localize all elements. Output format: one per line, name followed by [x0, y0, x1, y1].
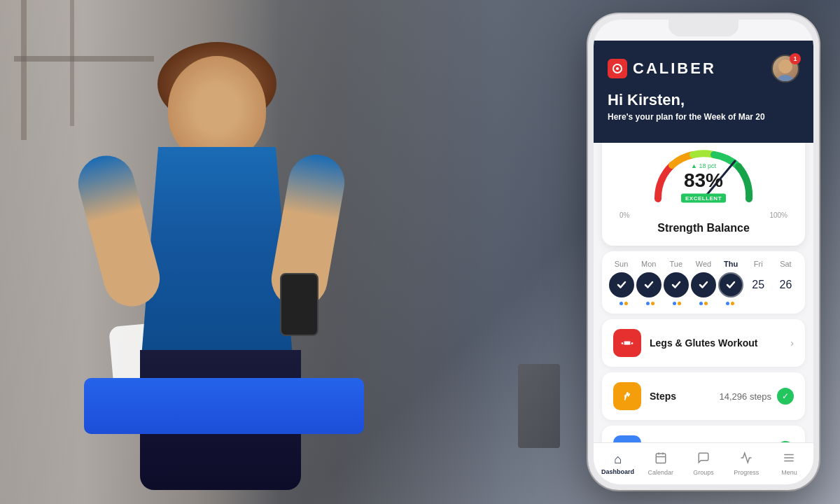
day-sun[interactable]: [609, 272, 634, 298]
greeting: Hi Kirsten,: [608, 91, 799, 109]
dot-mon-1: [646, 302, 650, 305]
dots-tue: [664, 302, 690, 305]
svg-point-1: [616, 67, 619, 70]
steps-value: 14,296 steps: [720, 391, 771, 402]
workout-chevron: ›: [790, 337, 794, 349]
svg-rect-14: [656, 454, 666, 463]
gym-bar-vertical-1: [21, 0, 27, 140]
dot-sun-1: [620, 302, 623, 305]
activity-workout[interactable]: Legs & Glutes Workout ›: [602, 319, 805, 367]
excellent-badge: EXCELLENT: [681, 194, 726, 203]
dot-tue-2: [678, 302, 681, 305]
notification-badge: 1: [790, 53, 801, 64]
groups-icon: [697, 451, 710, 468]
calendar-icon: [654, 451, 667, 468]
gauge-container: ▲ 18 pct 83% EXCELLENT: [648, 143, 760, 206]
nav-groups[interactable]: Groups: [682, 451, 724, 476]
nav-menu[interactable]: Menu: [768, 451, 811, 476]
plan-week: Week of Mar 20: [704, 112, 765, 122]
phone-notch: [668, 20, 738, 36]
gauge-center: ▲ 18 pct 83% EXCELLENT: [676, 162, 732, 203]
gauge-label-low: 0%: [620, 211, 629, 219]
workout-icon: [613, 329, 641, 357]
nav-progress[interactable]: Progress: [725, 451, 768, 476]
groups-label: Groups: [693, 469, 714, 476]
strength-balance-title: Strength Balance: [616, 222, 791, 234]
dot-thu-1: [726, 302, 729, 305]
caliber-icon: [608, 59, 627, 78]
calendar-nav-label: Calendar: [648, 469, 674, 476]
dot-mon-2: [651, 302, 654, 305]
dot-wed-1: [699, 302, 703, 305]
day-label-mon: Mon: [636, 260, 662, 268]
dots-mon: [638, 302, 663, 305]
gauge-card: ▲ 18 pct 83% EXCELLENT 0% 100% Strength …: [602, 129, 805, 246]
day-mon[interactable]: [636, 272, 662, 298]
dashboard-label: Dashboard: [601, 468, 634, 475]
day-label-sat: Sat: [773, 260, 798, 268]
day-wed[interactable]: [691, 272, 716, 298]
day-sat[interactable]: 26: [773, 272, 798, 298]
phone-inner: CALIBER 1 Hi Kirsten, Here's your plan f…: [594, 20, 813, 484]
gauge-percent: 83%: [684, 169, 723, 191]
person-phone: [280, 273, 318, 336]
plan-text: Here's your plan for the Week of Mar 20: [608, 112, 799, 122]
svg-rect-6: [624, 342, 631, 345]
svg-rect-7: [623, 342, 624, 344]
weight-equipment: [518, 364, 560, 448]
steps-check: ✓: [777, 388, 794, 405]
steps-label: Steps: [650, 391, 720, 402]
days-header: Sun Mon Tue Wed Thu Fri Sat: [608, 260, 799, 268]
avatar-container[interactable]: 1: [771, 55, 799, 83]
caliber-name: CALIBER: [633, 59, 716, 78]
day-label-tue: Tue: [664, 260, 689, 268]
dots-fri: [744, 302, 769, 305]
nav-dashboard[interactable]: ⌂ Dashboard: [596, 452, 639, 475]
day-label-thu: Thu: [718, 260, 743, 268]
days-row: 25 26: [608, 272, 799, 298]
gauge-labels: 0% 100%: [616, 211, 791, 219]
day-tue[interactable]: [664, 272, 689, 298]
day-fri[interactable]: 25: [746, 272, 771, 298]
day-dots: [608, 302, 799, 305]
nav-calendar[interactable]: Calendar: [639, 451, 682, 476]
dots-thu: [718, 302, 743, 305]
person-figure: [42, 56, 434, 490]
day-label-wed: Wed: [691, 260, 716, 268]
plan-prefix: Here's your plan for the: [608, 112, 701, 122]
gauge-label-high: 100%: [769, 211, 788, 219]
dots-sat: [771, 302, 796, 305]
dot-tue-1: [673, 302, 676, 305]
menu-icon: [783, 451, 795, 468]
steps-icon: [613, 382, 641, 410]
progress-icon: [740, 451, 752, 468]
avatar-body: [775, 75, 796, 83]
workout-label: Legs & Glutes Workout: [650, 337, 790, 349]
menu-label: Menu: [781, 469, 797, 476]
top-bar: CALIBER 1: [608, 55, 799, 83]
phone-content: CALIBER 1 Hi Kirsten, Here's your plan f…: [594, 20, 813, 484]
gauge-delta: ▲ 18 pct: [676, 162, 732, 169]
day-label-sun: Sun: [609, 260, 634, 268]
phone-header: CALIBER 1 Hi Kirsten, Here's your plan f…: [594, 41, 813, 143]
person-head: [168, 56, 266, 161]
dot-thu-2: [731, 302, 734, 305]
day-label-fri: Fri: [746, 260, 771, 268]
dots-wed: [691, 302, 716, 305]
dot-sun-2: [624, 302, 628, 305]
dashboard-icon: ⌂: [614, 452, 622, 467]
svg-point-9: [626, 392, 629, 396]
bench-seat: [84, 378, 364, 434]
dot-wed-2: [704, 302, 708, 305]
activity-steps[interactable]: Steps 14,296 steps ✓: [602, 372, 805, 420]
svg-point-10: [624, 395, 626, 398]
svg-rect-8: [630, 342, 631, 344]
progress-label: Progress: [734, 469, 759, 476]
day-thu[interactable]: [718, 272, 743, 298]
bottom-nav: ⌂ Dashboard Calendar: [594, 442, 813, 484]
phone-mockup: CALIBER 1 Hi Kirsten, Here's your plan f…: [588, 14, 819, 490]
caliber-logo: CALIBER: [608, 59, 716, 78]
calendar-section: Sun Mon Tue Wed Thu Fri Sat: [602, 251, 805, 314]
dots-sun: [611, 302, 636, 305]
